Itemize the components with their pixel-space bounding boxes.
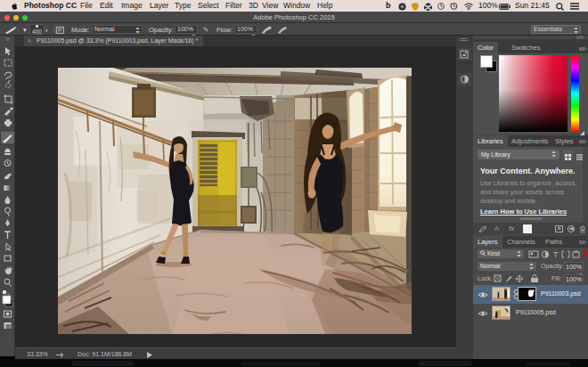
svg-text:T: T	[553, 250, 559, 258]
